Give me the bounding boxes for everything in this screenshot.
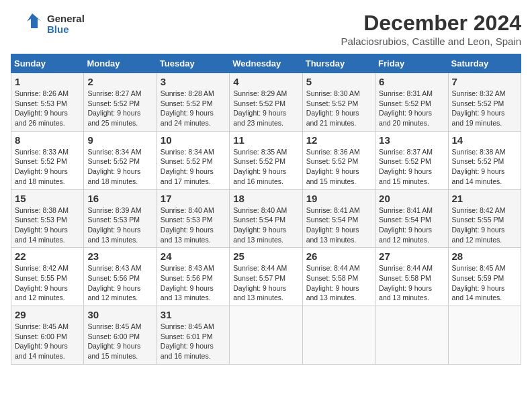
day-number: 12 [306,134,371,146]
day-info: Sunrise: 8:30 AMSunset: 5:52 PMDaylight:… [306,89,371,128]
calendar-cell: 27Sunrise: 8:44 AMSunset: 5:58 PMDayligh… [375,248,448,306]
week-row-3: 15Sunrise: 8:38 AMSunset: 5:53 PMDayligh… [11,189,521,248]
calendar-cell: 20Sunrise: 8:41 AMSunset: 5:54 PMDayligh… [375,189,448,248]
day-info: Sunrise: 8:43 AMSunset: 5:56 PMDaylight:… [87,263,152,303]
weekday-header-sunday: Sunday [11,54,84,73]
day-number: 22 [15,250,80,262]
day-info: Sunrise: 8:35 AMSunset: 5:52 PMDaylight:… [233,147,298,187]
calendar-cell: 8Sunrise: 8:33 AMSunset: 5:52 PMDaylight… [11,131,84,189]
title-area: December 2024 Palaciosrubios, Castille a… [341,11,522,47]
day-info: Sunrise: 8:45 AMSunset: 6:00 PMDaylight:… [15,322,80,361]
calendar-cell: 29Sunrise: 8:45 AMSunset: 6:00 PMDayligh… [11,306,84,365]
day-number: 13 [379,134,444,146]
day-info: Sunrise: 8:42 AMSunset: 5:55 PMDaylight:… [15,263,80,303]
calendar-cell: 21Sunrise: 8:42 AMSunset: 5:55 PMDayligh… [448,189,521,248]
day-info: Sunrise: 8:45 AMSunset: 5:59 PMDaylight:… [452,263,517,303]
calendar-cell: 28Sunrise: 8:45 AMSunset: 5:59 PMDayligh… [448,248,521,306]
day-info: Sunrise: 8:38 AMSunset: 5:53 PMDaylight:… [15,205,80,245]
day-info: Sunrise: 8:44 AMSunset: 5:58 PMDaylight:… [306,263,371,303]
day-info: Sunrise: 8:41 AMSunset: 5:54 PMDaylight:… [379,205,444,245]
calendar-cell: 22Sunrise: 8:42 AMSunset: 5:55 PMDayligh… [11,248,84,306]
logo-blue-text: Blue [47,24,85,36]
logo-general-text: General [47,13,85,25]
calendar-cell: 25Sunrise: 8:44 AMSunset: 5:57 PMDayligh… [230,248,302,306]
day-info: Sunrise: 8:39 AMSunset: 5:53 PMDaylight:… [87,205,152,245]
day-info: Sunrise: 8:42 AMSunset: 5:55 PMDaylight:… [452,205,517,245]
day-info: Sunrise: 8:44 AMSunset: 5:58 PMDaylight:… [379,263,444,303]
day-info: Sunrise: 8:34 AMSunset: 5:52 PMDaylight:… [87,147,152,187]
day-number: 18 [233,193,298,204]
calendar-cell [230,306,302,365]
day-info: Sunrise: 8:38 AMSunset: 5:52 PMDaylight:… [452,147,517,187]
day-number: 24 [161,250,226,262]
weekday-header-thursday: Thursday [302,54,375,73]
calendar-cell: 7Sunrise: 8:32 AMSunset: 5:52 PMDaylight… [448,73,521,132]
page-header: General Blue December 2024 Palaciosrubio… [11,11,521,47]
page-title: December 2024 [341,11,522,36]
day-info: Sunrise: 8:29 AMSunset: 5:52 PMDaylight:… [233,89,298,128]
day-info: Sunrise: 8:45 AMSunset: 6:00 PMDaylight:… [87,322,152,361]
calendar-cell: 2Sunrise: 8:27 AMSunset: 5:52 PMDaylight… [84,73,157,132]
week-row-5: 29Sunrise: 8:45 AMSunset: 6:00 PMDayligh… [11,306,521,365]
logo-bird-icon [11,11,44,38]
day-number: 8 [15,134,80,146]
day-number: 25 [233,250,298,262]
calendar-cell [302,306,375,365]
day-number: 5 [306,76,371,87]
weekday-header-friday: Friday [375,54,448,73]
day-number: 28 [452,250,517,262]
day-number: 6 [379,76,444,87]
calendar-cell: 31Sunrise: 8:45 AMSunset: 6:01 PMDayligh… [157,306,229,365]
week-row-2: 8Sunrise: 8:33 AMSunset: 5:52 PMDaylight… [11,131,521,189]
day-number: 16 [87,193,152,204]
calendar-cell: 5Sunrise: 8:30 AMSunset: 5:52 PMDaylight… [302,73,375,132]
day-number: 4 [233,76,298,87]
day-number: 17 [161,193,226,204]
day-number: 20 [379,193,444,204]
day-info: Sunrise: 8:33 AMSunset: 5:52 PMDaylight:… [15,147,80,187]
calendar-cell: 24Sunrise: 8:43 AMSunset: 5:56 PMDayligh… [157,248,229,306]
day-info: Sunrise: 8:36 AMSunset: 5:52 PMDaylight:… [306,147,371,187]
calendar-cell [375,306,448,365]
day-info: Sunrise: 8:26 AMSunset: 5:53 PMDaylight:… [15,89,80,128]
day-info: Sunrise: 8:40 AMSunset: 5:54 PMDaylight:… [233,205,298,245]
calendar-cell: 9Sunrise: 8:34 AMSunset: 5:52 PMDaylight… [84,131,157,189]
calendar-cell: 13Sunrise: 8:37 AMSunset: 5:52 PMDayligh… [375,131,448,189]
calendar-cell: 12Sunrise: 8:36 AMSunset: 5:52 PMDayligh… [302,131,375,189]
day-number: 15 [15,193,80,204]
svg-marker-0 [27,13,42,28]
day-number: 27 [379,250,444,262]
day-info: Sunrise: 8:31 AMSunset: 5:52 PMDaylight:… [379,89,444,128]
day-number: 19 [306,193,371,204]
calendar-cell: 17Sunrise: 8:40 AMSunset: 5:53 PMDayligh… [157,189,229,248]
day-number: 1 [15,76,80,87]
weekday-header-tuesday: Tuesday [157,54,229,73]
day-number: 11 [233,134,298,146]
day-info: Sunrise: 8:32 AMSunset: 5:52 PMDaylight:… [452,89,517,128]
page-subtitle: Palaciosrubios, Castille and Leon, Spain [341,36,522,47]
calendar-cell: 10Sunrise: 8:34 AMSunset: 5:52 PMDayligh… [157,131,229,189]
day-number: 31 [161,309,226,320]
calendar-cell: 11Sunrise: 8:35 AMSunset: 5:52 PMDayligh… [230,131,302,189]
calendar-cell: 4Sunrise: 8:29 AMSunset: 5:52 PMDaylight… [230,73,302,132]
day-number: 23 [87,250,152,262]
day-info: Sunrise: 8:37 AMSunset: 5:52 PMDaylight:… [379,147,444,187]
weekday-header-saturday: Saturday [448,54,521,73]
day-number: 2 [87,76,152,87]
calendar-table: SundayMondayTuesdayWednesdayThursdayFrid… [11,54,521,365]
day-info: Sunrise: 8:45 AMSunset: 6:01 PMDaylight:… [161,322,226,361]
day-number: 21 [452,193,517,204]
day-info: Sunrise: 8:40 AMSunset: 5:53 PMDaylight:… [161,205,226,245]
calendar-cell: 30Sunrise: 8:45 AMSunset: 6:00 PMDayligh… [84,306,157,365]
calendar-cell: 3Sunrise: 8:28 AMSunset: 5:52 PMDaylight… [157,73,229,132]
weekday-header-monday: Monday [84,54,157,73]
day-info: Sunrise: 8:28 AMSunset: 5:52 PMDaylight:… [161,89,226,128]
calendar-cell [448,306,521,365]
calendar-cell: 15Sunrise: 8:38 AMSunset: 5:53 PMDayligh… [11,189,84,248]
calendar-cell: 14Sunrise: 8:38 AMSunset: 5:52 PMDayligh… [448,131,521,189]
calendar-cell: 1Sunrise: 8:26 AMSunset: 5:53 PMDaylight… [11,73,84,132]
calendar-cell: 16Sunrise: 8:39 AMSunset: 5:53 PMDayligh… [84,189,157,248]
day-number: 26 [306,250,371,262]
day-number: 7 [452,76,517,87]
logo: General Blue [11,11,85,38]
